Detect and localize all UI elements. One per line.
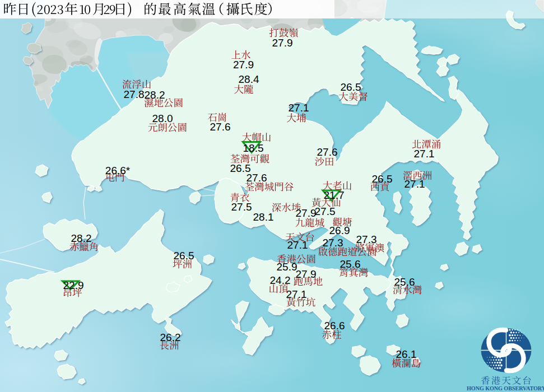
svg-text:27.6: 27.6 xyxy=(247,172,267,184)
svg-text:27.1: 27.1 xyxy=(287,239,308,251)
svg-text:27.9: 27.9 xyxy=(233,59,254,71)
svg-text:28.2: 28.2 xyxy=(71,232,92,244)
svg-text:27.6: 27.6 xyxy=(210,121,231,133)
svg-text:26.2: 26.2 xyxy=(160,332,181,343)
svg-text:27.6: 27.6 xyxy=(317,146,338,158)
svg-text:25.9: 25.9 xyxy=(277,261,297,273)
svg-text:27.3: 27.3 xyxy=(356,234,377,245)
svg-text:27.5: 27.5 xyxy=(231,201,252,213)
svg-text:27.1: 27.1 xyxy=(404,178,425,190)
svg-text:27.3: 27.3 xyxy=(323,237,343,249)
svg-text:24.2: 24.2 xyxy=(270,274,291,286)
svg-text:27.9: 27.9 xyxy=(296,207,317,219)
svg-text:27.5: 27.5 xyxy=(315,206,336,217)
svg-text:26.9: 26.9 xyxy=(329,225,350,236)
svg-text:28.0: 28.0 xyxy=(152,113,173,124)
svg-text:HONG KONG OBSERVATORY: HONG KONG OBSERVATORY xyxy=(467,385,544,391)
svg-text:21.7: 21.7 xyxy=(324,189,345,201)
svg-text:25.6: 25.6 xyxy=(340,258,361,270)
svg-text:22.9: 22.9 xyxy=(63,279,84,291)
svg-text:27.9: 27.9 xyxy=(296,268,317,280)
svg-text:28.2: 28.2 xyxy=(145,89,165,101)
svg-text:26.5: 26.5 xyxy=(372,173,393,185)
svg-text:27.8: 27.8 xyxy=(124,88,145,100)
svg-text:26.6*: 26.6* xyxy=(105,165,131,176)
svg-text:27.1: 27.1 xyxy=(286,288,307,300)
svg-text:28.4: 28.4 xyxy=(239,73,259,85)
svg-text:26.5: 26.5 xyxy=(341,81,361,93)
svg-text:25.6: 25.6 xyxy=(394,276,415,288)
svg-text:27.1: 27.1 xyxy=(289,102,309,114)
svg-text:18.5: 18.5 xyxy=(243,142,264,154)
svg-text:26.6: 26.6 xyxy=(324,320,345,332)
svg-text:26.5: 26.5 xyxy=(174,250,194,262)
svg-text:28.1: 28.1 xyxy=(253,211,274,223)
svg-text:27.1: 27.1 xyxy=(414,148,435,160)
svg-text:26.1: 26.1 xyxy=(396,348,417,360)
svg-text:27.9: 27.9 xyxy=(272,37,293,49)
